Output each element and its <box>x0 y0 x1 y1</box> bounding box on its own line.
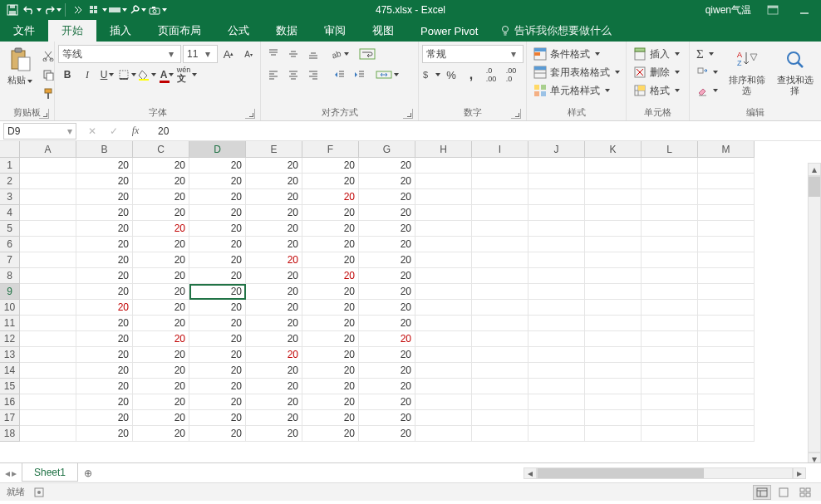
column-header-G[interactable]: G <box>359 141 415 158</box>
cell-J7[interactable] <box>528 252 585 268</box>
cell-A11[interactable] <box>20 316 76 331</box>
cell-H9[interactable] <box>415 284 472 300</box>
row-header-15[interactable]: 15 <box>0 379 20 394</box>
cell-K13[interactable] <box>585 347 642 363</box>
cell-K18[interactable] <box>585 426 642 442</box>
cell-K8[interactable] <box>585 268 642 284</box>
cell-I14[interactable] <box>472 363 528 379</box>
cell-E18[interactable]: 20 <box>246 426 302 442</box>
clipboard-launcher[interactable] <box>39 109 49 119</box>
cell-H17[interactable] <box>415 410 472 426</box>
cell-H13[interactable] <box>415 347 472 363</box>
cell-D3[interactable]: 20 <box>189 189 246 205</box>
table-format-button[interactable]: 套用表格格式 <box>530 63 623 81</box>
formula-bar[interactable]: 20 <box>151 125 821 137</box>
page-layout-view-button[interactable] <box>774 485 793 500</box>
cell-D8[interactable]: 20 <box>189 268 246 284</box>
cell-M3[interactable] <box>698 189 755 205</box>
border-button[interactable] <box>118 66 136 84</box>
row-header-8[interactable]: 8 <box>0 268 20 284</box>
format-cells-button[interactable]: 格式 <box>630 81 683 100</box>
clear-button[interactable] <box>693 81 721 100</box>
cell-F10[interactable]: 20 <box>302 300 359 316</box>
tab-formulas[interactable]: 公式 <box>214 20 263 42</box>
cell-J14[interactable] <box>528 363 585 379</box>
align-right-button[interactable] <box>304 66 322 84</box>
row-header-6[interactable]: 6 <box>0 237 20 252</box>
cell-C15[interactable]: 20 <box>133 379 189 394</box>
cell-G17[interactable]: 20 <box>359 410 415 426</box>
cell-L3[interactable] <box>642 189 698 205</box>
tell-me-search[interactable]: 告诉我你想要做什么 <box>491 20 620 42</box>
column-header-B[interactable]: B <box>76 141 133 158</box>
find-select-button[interactable]: 查找和选择 <box>772 45 818 98</box>
align-left-button[interactable] <box>264 66 283 84</box>
cell-J6[interactable] <box>528 237 585 252</box>
tab-review[interactable]: 审阅 <box>311 20 359 42</box>
save-button[interactable] <box>3 1 22 19</box>
cell-D6[interactable]: 20 <box>189 237 246 252</box>
cell-L17[interactable] <box>642 410 698 426</box>
insert-function-button[interactable]: fx <box>128 125 143 137</box>
cell-M16[interactable] <box>698 394 755 410</box>
row-header-14[interactable]: 14 <box>0 363 20 379</box>
cell-M2[interactable] <box>698 174 755 189</box>
cell-I1[interactable] <box>472 158 528 174</box>
scroll-up-button[interactable]: ▴ <box>808 163 821 176</box>
qat-camera-icon[interactable] <box>149 1 167 19</box>
cell-J1[interactable] <box>528 158 585 174</box>
cell-J3[interactable] <box>528 189 585 205</box>
cell-A12[interactable] <box>20 331 76 347</box>
tab-powerpivot[interactable]: Power Pivot <box>407 20 491 42</box>
cell-M9[interactable] <box>698 284 755 300</box>
cell-G14[interactable]: 20 <box>359 363 415 379</box>
cell-F1[interactable]: 20 <box>302 158 359 174</box>
cell-J12[interactable] <box>528 331 585 347</box>
cell-G8[interactable]: 20 <box>359 268 415 284</box>
cell-E2[interactable]: 20 <box>246 174 302 189</box>
cell-L10[interactable] <box>642 300 698 316</box>
qat-wrench-icon[interactable] <box>129 1 147 19</box>
cell-G6[interactable]: 20 <box>359 237 415 252</box>
cell-B12[interactable]: 20 <box>76 331 133 347</box>
cell-B4[interactable]: 20 <box>76 205 133 221</box>
cell-I16[interactable] <box>472 394 528 410</box>
cell-I18[interactable] <box>472 426 528 442</box>
cell-H6[interactable] <box>415 237 472 252</box>
cell-I11[interactable] <box>472 316 528 331</box>
cell-F9[interactable]: 20 <box>302 284 359 300</box>
cell-J18[interactable] <box>528 426 585 442</box>
align-launcher[interactable] <box>403 109 413 119</box>
cell-K10[interactable] <box>585 300 642 316</box>
cell-B17[interactable]: 20 <box>76 410 133 426</box>
cell-D9[interactable]: 20 <box>189 284 246 300</box>
cell-B9[interactable]: 20 <box>76 284 133 300</box>
cell-H10[interactable] <box>415 300 472 316</box>
cell-I12[interactable] <box>472 331 528 347</box>
decrease-decimal-button[interactable]: .00.0 <box>502 66 520 84</box>
cell-E6[interactable]: 20 <box>246 237 302 252</box>
tab-layout[interactable]: 页面布局 <box>145 20 214 42</box>
cell-D13[interactable]: 20 <box>189 347 246 363</box>
cell-B11[interactable]: 20 <box>76 316 133 331</box>
cell-K9[interactable] <box>585 284 642 300</box>
cell-B18[interactable]: 20 <box>76 426 133 442</box>
cell-F15[interactable]: 20 <box>302 379 359 394</box>
cell-I3[interactable] <box>472 189 528 205</box>
font-launcher[interactable] <box>245 109 255 119</box>
cell-M8[interactable] <box>698 268 755 284</box>
cell-A15[interactable] <box>20 379 76 394</box>
cell-C2[interactable]: 20 <box>133 174 189 189</box>
cell-E3[interactable]: 20 <box>246 189 302 205</box>
cell-J2[interactable] <box>528 174 585 189</box>
sort-filter-button[interactable]: AZ 排序和筛选 <box>724 45 769 98</box>
cell-B2[interactable]: 20 <box>76 174 133 189</box>
cell-L11[interactable] <box>642 316 698 331</box>
autosum-button[interactable]: Σ <box>693 45 721 63</box>
cell-A16[interactable] <box>20 394 76 410</box>
new-sheet-button[interactable]: ⊕ <box>78 467 98 479</box>
cell-C17[interactable]: 20 <box>133 410 189 426</box>
cell-K7[interactable] <box>585 252 642 268</box>
cell-C18[interactable]: 20 <box>133 426 189 442</box>
decrease-indent-button[interactable] <box>331 66 349 84</box>
